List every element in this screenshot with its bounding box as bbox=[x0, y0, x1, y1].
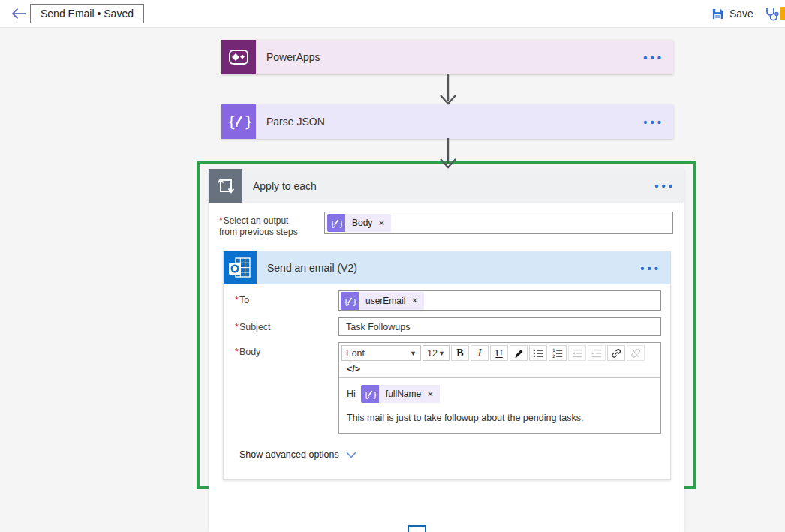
svg-text:{: { bbox=[330, 219, 335, 229]
indent-icon bbox=[591, 347, 603, 359]
step-title: Send an email (V2) bbox=[257, 262, 640, 274]
svg-text:{: { bbox=[363, 390, 368, 400]
select-output-input[interactable]: { } Body ✕ bbox=[324, 212, 673, 234]
numbered-list-button[interactable]: 1 2 bbox=[549, 345, 567, 361]
bold-button[interactable]: B bbox=[451, 345, 469, 361]
save-button[interactable]: Save bbox=[711, 5, 753, 22]
link-button[interactable] bbox=[607, 345, 625, 361]
svg-text:{: { bbox=[227, 113, 236, 131]
bullet-list-icon bbox=[532, 347, 544, 359]
body-content[interactable]: Hi { } fullName ✕ bbox=[339, 378, 660, 430]
powerapps-icon bbox=[221, 40, 256, 74]
select-output-label: *Select an output from previous steps bbox=[219, 215, 324, 238]
flow-designer: Send Email • Saved Save bbox=[0, 0, 785, 532]
chevron-down-icon bbox=[346, 452, 356, 458]
subject-label: *Subject bbox=[235, 322, 271, 332]
to-input[interactable]: { } userEmail ✕ bbox=[338, 290, 661, 311]
remove-token-icon[interactable]: ✕ bbox=[378, 219, 384, 227]
dynamic-content-token-body[interactable]: { } Body ✕ bbox=[327, 214, 391, 232]
required-marker: * bbox=[219, 215, 223, 226]
dynamic-content-icon: { } bbox=[327, 214, 345, 232]
svg-text:}: } bbox=[372, 390, 377, 400]
show-advanced-options[interactable]: Show advanced options bbox=[239, 449, 356, 460]
link-icon bbox=[610, 347, 622, 359]
outdent-button[interactable] bbox=[568, 345, 586, 361]
highlight-pen-button[interactable] bbox=[510, 345, 528, 361]
token-label: userEmail bbox=[365, 296, 405, 306]
step-title: PowerApps bbox=[256, 51, 643, 63]
body-greeting: Hi bbox=[347, 389, 356, 399]
more-options-icon[interactable]: ••• bbox=[643, 51, 673, 64]
clipped-toolbar-icon[interactable] bbox=[780, 7, 785, 20]
italic-button[interactable]: I bbox=[471, 345, 489, 361]
connector-arrow bbox=[438, 138, 458, 169]
editor-toolbar: Font ▼ 12 ▼ B I U bbox=[339, 343, 660, 378]
body-label: *Body bbox=[235, 347, 260, 357]
back-button[interactable] bbox=[10, 6, 28, 21]
svg-text:}: } bbox=[353, 296, 358, 306]
save-icon bbox=[711, 8, 724, 20]
remove-token-icon[interactable]: ✕ bbox=[427, 390, 433, 398]
step-send-email-card: Send an email (V2) ••• *To { } userEmail bbox=[223, 251, 671, 480]
to-label: *To bbox=[235, 295, 249, 305]
indent-button[interactable] bbox=[588, 345, 606, 361]
dynamic-content-icon: { } bbox=[341, 292, 359, 310]
chevron-down-icon: ▼ bbox=[410, 350, 417, 357]
token-label: fullName bbox=[386, 389, 421, 399]
connector-arrow bbox=[438, 74, 458, 105]
next-step-node-partial[interactable] bbox=[408, 525, 426, 532]
dynamic-content-token-fullname[interactable]: { } fullName ✕ bbox=[361, 385, 440, 403]
svg-text:}: } bbox=[244, 113, 254, 131]
token-label: Body bbox=[352, 218, 372, 228]
dynamic-content-icon: { } bbox=[361, 385, 379, 403]
subject-value: Task Followups bbox=[346, 322, 410, 332]
numbered-list-icon: 1 2 bbox=[552, 347, 564, 359]
remove-token-icon[interactable]: ✕ bbox=[411, 296, 417, 305]
body-message: This mail is just to take followup about… bbox=[347, 413, 653, 423]
step-apply-to-each[interactable]: Apply to each ••• bbox=[209, 169, 684, 203]
flow-title-text: Send Email • Saved bbox=[41, 8, 134, 20]
more-options-icon[interactable]: ••• bbox=[643, 116, 673, 128]
flow-title: Send Email • Saved bbox=[30, 4, 144, 23]
step-send-email[interactable]: Send an email (V2) ••• bbox=[224, 251, 670, 284]
pen-icon bbox=[513, 347, 525, 359]
unlink-icon bbox=[630, 347, 642, 359]
chevron-down-icon: ▼ bbox=[438, 350, 445, 357]
back-arrow-icon bbox=[10, 6, 28, 21]
svg-text:1: 1 bbox=[552, 347, 555, 352]
more-options-icon[interactable]: ••• bbox=[640, 262, 670, 275]
svg-text:2: 2 bbox=[552, 354, 555, 359]
apply-to-each-icon bbox=[209, 169, 242, 203]
more-options-icon[interactable]: ••• bbox=[654, 179, 684, 192]
outlook-icon bbox=[224, 251, 257, 284]
dynamic-content-token-useremail[interactable]: { } userEmail ✕ bbox=[341, 292, 424, 310]
code-view-button[interactable]: </> bbox=[341, 364, 360, 374]
body-rich-text-editor[interactable]: Font ▼ 12 ▼ B I U bbox=[338, 342, 661, 434]
underline-button[interactable]: U bbox=[490, 345, 508, 361]
parse-json-icon: { } bbox=[221, 104, 256, 139]
subject-input[interactable]: Task Followups bbox=[338, 317, 661, 336]
command-bar: Send Email • Saved Save bbox=[0, 0, 785, 28]
bullet-list-button[interactable] bbox=[529, 345, 547, 361]
font-dropdown[interactable]: Font ▼ bbox=[341, 345, 421, 361]
outdent-icon bbox=[571, 347, 583, 359]
unlink-button[interactable] bbox=[627, 345, 645, 361]
svg-text:{: { bbox=[344, 296, 349, 306]
step-powerapps[interactable]: PowerApps ••• bbox=[221, 40, 673, 74]
save-label: Save bbox=[729, 8, 753, 20]
step-title: Parse JSON bbox=[256, 116, 643, 128]
step-title: Apply to each bbox=[242, 180, 654, 192]
svg-text:}: } bbox=[339, 219, 344, 229]
step-parse-json[interactable]: { } Parse JSON ••• bbox=[221, 104, 673, 139]
font-size-dropdown[interactable]: 12 ▼ bbox=[423, 345, 450, 361]
flow-checker-icon[interactable] bbox=[763, 5, 780, 22]
